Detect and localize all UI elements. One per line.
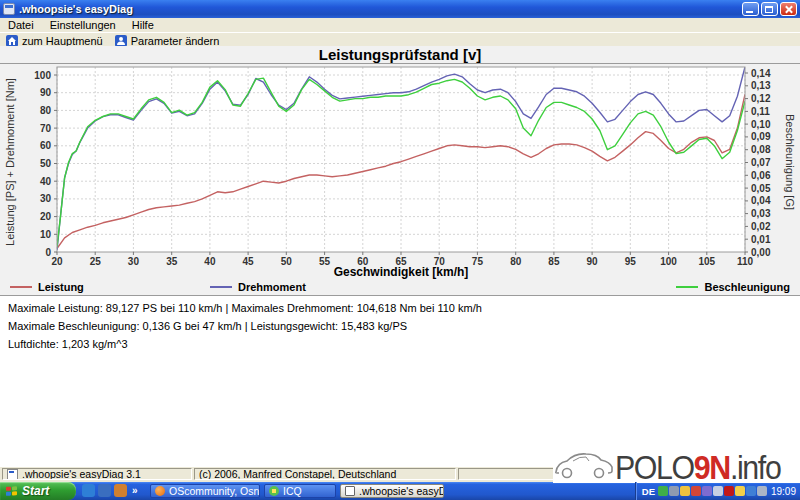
legend-label-beschleunigung: Beschleunigung bbox=[704, 281, 790, 293]
menu-einstellungen[interactable]: Einstellungen bbox=[42, 19, 124, 31]
legend-label-leistung: Leistung bbox=[38, 281, 84, 293]
legend-item-leistung: Leistung bbox=[10, 281, 210, 293]
logo-polo: POLO bbox=[615, 449, 694, 486]
air-density-text: Luftdichte: 1,203 kg/m^3 bbox=[0, 333, 800, 351]
change-parameters-button-label: Parameter ändern bbox=[131, 35, 220, 47]
minimize-icon bbox=[746, 11, 753, 13]
updates-icon[interactable] bbox=[746, 486, 756, 496]
legend-item-beschleunigung: Beschleunigung bbox=[676, 281, 790, 293]
task-label: .whoopsie's easyDiag bbox=[359, 485, 444, 497]
polo9n-watermark: POLO9N.info bbox=[553, 450, 800, 483]
quick-launch: » bbox=[82, 484, 138, 497]
titlebar[interactable]: .whoopsie's easyDiag bbox=[0, 0, 800, 18]
quick-launch-more-chevron-icon[interactable]: » bbox=[130, 485, 138, 496]
logo-info: .info bbox=[730, 449, 780, 486]
chart-title: Leistungsprüfstand [v] bbox=[0, 46, 800, 64]
taskbar: Start » OScommunity, Osnab... ICQ .whoop… bbox=[0, 482, 800, 500]
easydiag-icon bbox=[345, 486, 355, 496]
menu-hilfe[interactable]: Hilfe bbox=[124, 19, 162, 31]
chart-legend: Leistung Drehmoment Beschleunigung bbox=[10, 279, 790, 294]
firefox-icon bbox=[155, 486, 165, 496]
taskbar-clock[interactable]: 19:09 bbox=[771, 486, 796, 497]
results-panel: Maximale Leistung: 89,127 PS bei 110 km/… bbox=[0, 297, 800, 467]
display-icon[interactable] bbox=[757, 486, 767, 496]
menubar: Datei Einstellungen Hilfe bbox=[0, 18, 800, 33]
beschleunigung-line-swatch bbox=[676, 286, 698, 288]
start-button-label: Start bbox=[22, 484, 49, 498]
taskbar-task-oscommunity[interactable]: OScommunity, Osnab... bbox=[150, 484, 260, 498]
maximize-icon bbox=[765, 6, 773, 13]
window-title: .whoopsie's easyDiag bbox=[19, 3, 133, 15]
app-icon bbox=[3, 3, 15, 15]
person-icon bbox=[115, 35, 127, 47]
leistung-line-swatch bbox=[10, 286, 32, 288]
taskbar-task-icq[interactable]: ICQ bbox=[264, 484, 336, 498]
home-icon bbox=[6, 35, 18, 47]
smiley-icon[interactable] bbox=[735, 486, 745, 496]
menu-datei[interactable]: Datei bbox=[0, 19, 42, 31]
statusbar-app-section: .whoopsie's easyDiag 3.1 bbox=[2, 468, 192, 480]
task-label: OScommunity, Osnab... bbox=[169, 485, 260, 497]
antivirus-icon[interactable] bbox=[658, 486, 668, 496]
messenger-icon[interactable] bbox=[702, 486, 712, 496]
drehmoment-line-swatch bbox=[210, 286, 232, 288]
close-icon bbox=[783, 5, 794, 14]
internet-explorer-icon[interactable] bbox=[82, 484, 95, 497]
start-button[interactable]: Start bbox=[0, 482, 76, 500]
volume-icon[interactable] bbox=[713, 486, 723, 496]
chart-panel bbox=[0, 63, 800, 296]
max-power-torque-text: Maximale Leistung: 89,127 PS bei 110 km/… bbox=[0, 297, 800, 315]
statusbar-app-icon bbox=[7, 469, 18, 480]
maximize-button[interactable] bbox=[761, 2, 778, 16]
media-player-icon[interactable] bbox=[114, 484, 127, 497]
show-desktop-icon[interactable] bbox=[98, 484, 111, 497]
max-acceleration-weight-text: Maximale Beschleunigung: 0,136 G bei 47 … bbox=[0, 315, 800, 333]
tray-icons bbox=[658, 486, 767, 496]
statusbar-app-version: .whoopsie's easyDiag 3.1 bbox=[22, 468, 141, 480]
alert-icon[interactable] bbox=[691, 486, 701, 496]
legend-label-drehmoment: Drehmoment bbox=[238, 281, 306, 293]
window-controls bbox=[742, 2, 800, 16]
legend-item-drehmoment: Drehmoment bbox=[210, 281, 306, 293]
kaspersky-icon[interactable] bbox=[724, 486, 734, 496]
system-tray: DE 19:09 bbox=[635, 482, 800, 500]
logo-9n: 9N bbox=[694, 449, 730, 486]
network-icon[interactable] bbox=[669, 486, 679, 496]
icq-flower-icon bbox=[269, 486, 279, 496]
main-menu-button-label: zum Hauptmenü bbox=[22, 35, 103, 47]
car-sketch-icon bbox=[553, 450, 615, 480]
statusbar-copyright-section: (c) 2006, Manfred Constapel, Deutschland bbox=[194, 468, 456, 480]
desktop: .whoopsie's easyDiag Datei Einstellungen… bbox=[0, 0, 800, 500]
task-label: ICQ bbox=[283, 485, 302, 497]
statusbar-copyright: (c) 2006, Manfred Constapel, Deutschland bbox=[199, 468, 396, 480]
minimize-button[interactable] bbox=[742, 2, 759, 16]
close-button[interactable] bbox=[780, 2, 797, 16]
taskbar-task-easydiag[interactable]: .whoopsie's easyDiag bbox=[340, 484, 444, 498]
security-shield-icon[interactable] bbox=[680, 486, 690, 496]
language-indicator[interactable]: DE bbox=[642, 486, 655, 497]
windows-flag-icon bbox=[5, 485, 18, 498]
